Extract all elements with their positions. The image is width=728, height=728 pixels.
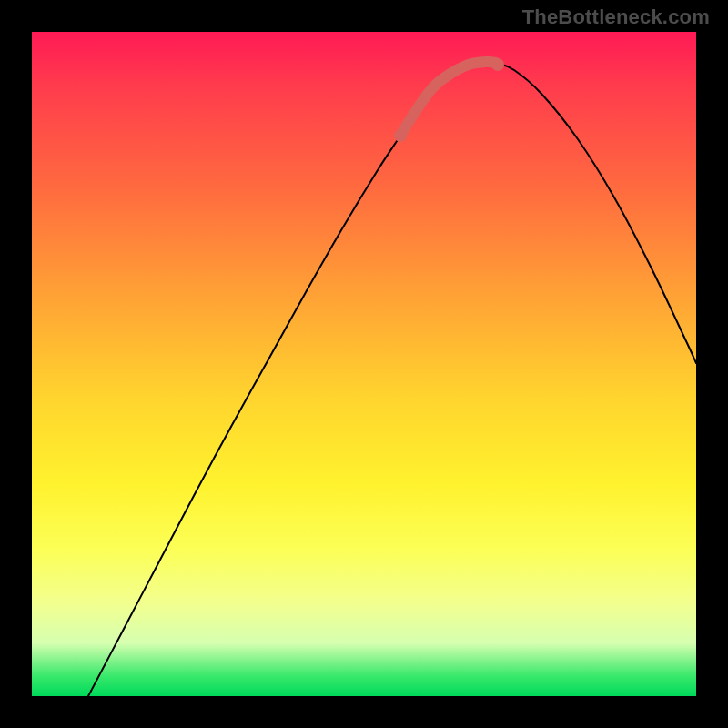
- plot-area: [32, 32, 696, 696]
- background-gradient: [32, 32, 696, 696]
- chart-frame: TheBottleneck.com: [0, 0, 728, 728]
- watermark-text: TheBottleneck.com: [522, 5, 710, 29]
